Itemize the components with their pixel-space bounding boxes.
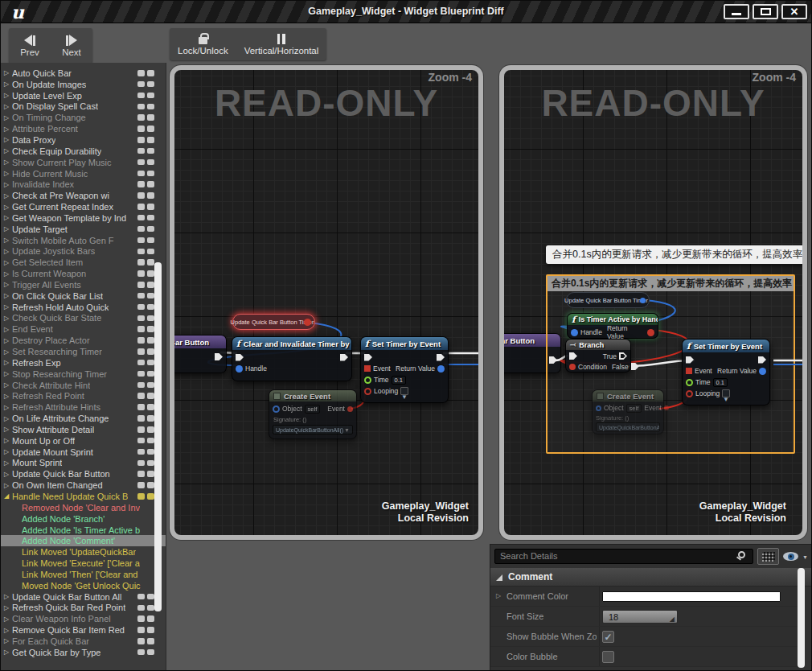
event-delegate-pin[interactable] <box>686 368 692 374</box>
diff-list-item[interactable]: ▷ Update Joystick Bars <box>1 246 166 257</box>
graph-canvas-left[interactable]: READ-ONLY Zoom -4 Handle Need Update Qui… <box>170 65 483 540</box>
diff-list-item[interactable]: ▷ Get Selected Item <box>1 257 166 268</box>
diff-list-item[interactable]: ▷ Get Weapon Template by Ind <box>1 212 166 224</box>
expander-arrow-icon[interactable]: ▷ <box>4 170 12 177</box>
details-scrollbar[interactable] <box>798 568 805 668</box>
diff-list-item[interactable]: ▷ Get Quick Bar by Type <box>1 647 166 658</box>
exec-in-pin[interactable] <box>236 354 244 361</box>
expander-arrow-icon[interactable]: ▷ <box>4 214 12 221</box>
diff-list-item[interactable]: ▷ Show Current Play Music <box>1 157 166 168</box>
diff-list-item[interactable]: ▷ Switch Mobile Auto Gen F <box>1 235 166 246</box>
title-bar[interactable]: u Gameplay_Widget - Widget Blueprint Dif… <box>1 1 811 23</box>
collapse-arrow-icon[interactable]: ▼ <box>683 397 769 403</box>
expander-arrow-icon[interactable]: ▷ <box>4 593 12 600</box>
diff-list-item[interactable]: ▷ Get Current Repeat Index <box>1 201 166 212</box>
expander-arrow-icon[interactable]: ▷ <box>4 181 12 188</box>
diff-list-item[interactable]: ▷ On Timing Change <box>1 112 166 123</box>
diff-list-item[interactable]: Link Moved 'Execute' ['Clear a <box>1 558 166 569</box>
return-value-pin[interactable] <box>437 365 445 373</box>
time-value-input[interactable]: 0.1 <box>713 378 728 387</box>
diff-list-item[interactable]: Added Node 'Branch' <box>1 513 166 525</box>
expander-arrow-icon[interactable]: ▷ <box>4 303 12 311</box>
exec-in-pin[interactable] <box>686 356 694 364</box>
details-category-comment[interactable]: Comment <box>490 568 812 587</box>
time-pin[interactable] <box>686 379 693 386</box>
diff-list-item[interactable]: ▷ Update Quick Bar Button All <box>1 591 166 603</box>
node-entry-event[interactable]: Handle Need Update Quick Bar Button <box>170 335 227 373</box>
expander-arrow-icon[interactable]: ▷ <box>4 136 12 143</box>
diff-list-item[interactable]: ▷ Auto Quick Bar <box>1 68 166 79</box>
expander-arrow-icon[interactable]: ▷ <box>4 393 12 400</box>
diff-list-item[interactable]: ▷ Attribute Percent <box>1 123 166 134</box>
expander-arrow-icon[interactable]: ◢ <box>4 492 12 500</box>
condition-pin[interactable] <box>569 364 576 370</box>
expander-arrow-icon[interactable]: ▷ <box>4 381 12 389</box>
expander-arrow-icon[interactable]: ▷ <box>4 259 12 266</box>
diff-list-item[interactable]: ▷ Check Equip Durability <box>1 146 166 157</box>
diff-list-item[interactable]: ▷ Invalidate Index <box>1 179 166 190</box>
object-pin[interactable] <box>273 405 280 413</box>
diff-list-item[interactable]: ▷ Mount Sprint <box>1 458 166 469</box>
handle-pin[interactable] <box>236 365 243 373</box>
expander-arrow-icon[interactable]: ▷ <box>4 437 12 444</box>
expander-arrow-icon[interactable]: ▷ <box>4 69 12 76</box>
diff-list-item[interactable]: ▷ On Click Quick Bar List <box>1 290 166 302</box>
expander-arrow-icon[interactable]: ▷ <box>4 482 12 489</box>
expander-arrow-icon[interactable]: ▷ <box>4 147 12 154</box>
node-create-event[interactable]: Create Event Objectself Event Signature:… <box>592 389 664 434</box>
eye-dropdown-arrow-icon[interactable]: ▼ <box>802 554 808 560</box>
diff-list-item[interactable]: ▷ Refresh Red Point <box>1 390 166 401</box>
node-is-timer-active[interactable]: fIs Timer Active by Handle Handle Return… <box>567 313 658 339</box>
expander-arrow-icon[interactable]: ▷ <box>4 204 12 211</box>
event-out-pin[interactable] <box>664 405 669 410</box>
expander-arrow-icon[interactable]: ▷ <box>4 648 12 656</box>
expander-arrow-icon[interactable]: ▷ <box>4 326 12 333</box>
maximize-button[interactable] <box>753 4 778 19</box>
expander-arrow-icon[interactable]: ▷ <box>4 315 12 322</box>
return-value-pin[interactable] <box>759 368 766 375</box>
diff-list-item[interactable]: ▷ Refresh Exp <box>1 357 166 368</box>
comment-color-swatch[interactable] <box>602 591 781 602</box>
diff-list-item[interactable]: ▷ On Display Spell Cast <box>1 101 166 113</box>
object-value[interactable]: self <box>305 405 321 414</box>
expander-arrow-icon[interactable]: ▷ <box>4 126 12 133</box>
time-pin[interactable] <box>364 377 371 384</box>
node-create-event[interactable]: Create Event Objectself Event Signature:… <box>269 389 357 439</box>
expander-arrow-icon[interactable]: ▷ <box>4 192 12 200</box>
diff-list-item[interactable]: ▷ Check Attribute Hint <box>1 380 166 391</box>
diff-list-item[interactable]: ▷ Check at Pre Weapon wi <box>1 190 166 201</box>
diff-list-item[interactable]: ◢ Handle Need Update Quick B <box>1 491 166 502</box>
expander-arrow-icon[interactable]: ▷ <box>4 627 12 634</box>
font-size-spinbox[interactable]: 18◢ <box>602 610 678 624</box>
expander-arrow-icon[interactable]: ▷ <box>4 615 12 623</box>
diff-list-item[interactable]: ▷ Hide Current Music <box>1 168 166 179</box>
event-out-pin[interactable] <box>347 406 353 412</box>
diff-list-item[interactable]: ▷ On Own Item Changed <box>1 480 166 491</box>
expander-arrow-icon[interactable]: ▷ <box>4 348 12 356</box>
diff-list-item[interactable]: ▷ Is Current Weapon <box>1 268 166 279</box>
diff-list-item[interactable]: ▷ Refresh Attribute Hints <box>1 401 166 413</box>
expander-arrow-icon[interactable]: ▷ <box>4 637 12 644</box>
view-options-grid-button[interactable] <box>757 548 779 565</box>
diff-list-item[interactable]: ▷ Show Attribute Detail <box>1 424 166 435</box>
lock-unlock-button[interactable]: Lock/Unlock <box>170 28 236 60</box>
node-var-timer[interactable]: Update Quick Bar Button Timer <box>566 292 650 308</box>
diff-list-item[interactable]: Added Node 'Comment' <box>1 535 166 546</box>
expander-arrow-icon[interactable]: ▷ <box>4 404 12 411</box>
orientation-button[interactable]: Vertical/Horizontal <box>236 28 327 60</box>
diff-list-item[interactable]: ▷ On Life Attribute Change <box>1 413 166 424</box>
expander-arrow-icon[interactable]: ▷ <box>4 281 12 288</box>
diff-list-item[interactable]: Removed Node 'Clear and Inv <box>1 502 166 513</box>
diff-list-item[interactable]: ▷ Destroy Place Actor <box>1 335 166 346</box>
exec-out-pin[interactable] <box>215 353 223 360</box>
expander-arrow-icon[interactable]: ▷ <box>4 370 12 377</box>
true-exec-pin[interactable] <box>619 352 627 360</box>
false-exec-pin[interactable] <box>631 363 639 370</box>
prev-button[interactable]: Prev <box>9 28 51 64</box>
object-pin[interactable] <box>596 405 601 411</box>
expander-arrow-icon[interactable]: ▷ <box>4 114 12 121</box>
exec-out-pin[interactable] <box>758 356 766 364</box>
graph-canvas-right[interactable]: READ-ONLY Zoom -4 合并0.1s内的更新请求，减少更新带来的循环… <box>499 65 807 540</box>
expander-arrow-icon[interactable]: ▷ <box>4 270 12 278</box>
expander-arrow-icon[interactable]: ▷ <box>4 237 12 244</box>
